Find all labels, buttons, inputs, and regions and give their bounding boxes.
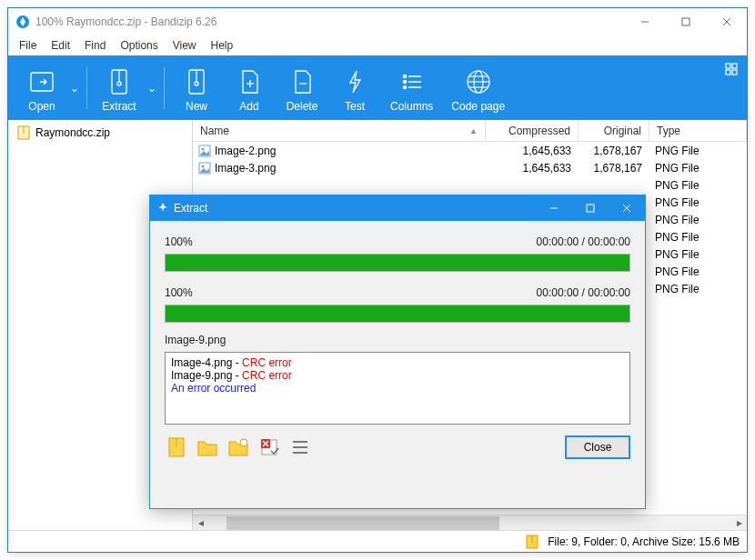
horizontal-scrollbar[interactable]: ◂ ▸ (193, 515, 747, 530)
png-icon (198, 145, 211, 157)
svg-point-8 (117, 82, 121, 85)
dialog-minimize-button[interactable] (536, 195, 572, 221)
add-button[interactable]: Add (223, 60, 276, 116)
file-name: Image-2.png (215, 145, 276, 157)
dialog-footer: Close (165, 435, 630, 459)
minimize-button[interactable] (624, 8, 665, 35)
table-row[interactable]: Image-3.png1,645,6331,678,167PNG File (193, 159, 747, 176)
statusbar: File: 9, Folder: 0, Archive Size: 15.6 M… (8, 530, 747, 552)
file-name: Image-3.png (215, 162, 276, 175)
archive-icon (526, 535, 539, 549)
svg-rect-26 (726, 64, 730, 68)
menu-help[interactable]: Help (204, 37, 241, 54)
maximize-button[interactable] (665, 8, 706, 35)
open-icon (27, 65, 56, 98)
test-button[interactable]: Test (328, 60, 381, 116)
add-icon (237, 65, 262, 98)
toolbar: Open ⌄ Extract ⌄ New Add Delete Test Col… (8, 55, 747, 120)
menu-find[interactable]: Find (77, 37, 113, 54)
progress2-bar (165, 305, 630, 323)
zip-icon (17, 125, 30, 140)
svg-point-35 (202, 165, 205, 167)
file-original: 1,678,167 (579, 162, 649, 175)
tree-root-label: Raymondcc.zip (35, 126, 110, 139)
svg-point-44 (240, 439, 247, 446)
svg-rect-27 (732, 64, 737, 68)
extract-chevron-icon[interactable]: ⌄ (146, 55, 158, 120)
folder-star-icon[interactable] (226, 435, 250, 459)
list-header: Name▲ Compressed Original Type (193, 120, 747, 142)
titlebar: 100% Raymondcc.zip - Bandizip 6.26 (8, 8, 747, 35)
test-icon (343, 65, 367, 98)
extract-dialog: Extract 100% 00:00:00 / 00:00:00 100% 00… (149, 195, 646, 509)
scroll-right-icon[interactable]: ▸ (731, 515, 747, 531)
dialog-title: Extract (174, 202, 536, 215)
pin-icon (157, 202, 168, 215)
dialog-maximize-button[interactable] (572, 195, 609, 221)
col-name[interactable]: Name▲ (193, 120, 486, 141)
progress2-row: 100% 00:00:00 / 00:00:00 (165, 286, 630, 299)
columns-button[interactable]: Columns (381, 60, 442, 116)
progress1-fill (166, 255, 629, 271)
col-compressed[interactable]: Compressed (486, 120, 579, 141)
file-type: PNG File (649, 248, 747, 261)
tree-root[interactable]: Raymondcc.zip (14, 124, 186, 142)
app-icon (15, 15, 30, 29)
window-title: 100% Raymondcc.zip - Bandizip 6.26 (35, 15, 624, 28)
menu-view[interactable]: View (166, 37, 204, 54)
list-icon[interactable] (288, 435, 312, 459)
status-text: File: 9, Folder: 0, Archive Size: 15.6 M… (548, 535, 740, 548)
scroll-left-icon[interactable]: ◂ (193, 515, 208, 531)
menu-edit[interactable]: Edit (44, 37, 77, 54)
expand-icon[interactable] (725, 63, 738, 78)
open-button[interactable]: Open (15, 60, 68, 116)
file-compressed: 1,645,633 (486, 145, 579, 157)
columns-icon (399, 65, 425, 98)
dialog-close-button[interactable] (609, 195, 645, 221)
svg-rect-39 (587, 205, 594, 212)
file-type: PNG File (649, 231, 747, 244)
delete-button[interactable]: Delete (276, 60, 328, 116)
png-icon (198, 162, 211, 175)
svg-point-33 (202, 147, 205, 150)
delete-archive-icon[interactable] (257, 435, 281, 459)
progress1-percent: 100% (165, 235, 193, 248)
file-original: 1,678,167 (579, 145, 649, 157)
table-row[interactable]: PNG File (193, 176, 747, 194)
col-type[interactable]: Type (649, 120, 747, 141)
new-button[interactable]: New (170, 60, 223, 116)
svg-point-11 (195, 82, 198, 85)
separator (86, 67, 87, 109)
menu-options[interactable]: Options (113, 37, 165, 54)
menu-file[interactable]: File (12, 37, 44, 54)
progress1-bar (165, 254, 630, 272)
svg-rect-29 (732, 70, 737, 75)
col-original[interactable]: Original (579, 120, 649, 141)
svg-rect-2 (682, 18, 690, 25)
progress2-time: 00:00:00 / 00:00:00 (537, 286, 630, 299)
dialog-body: 100% 00:00:00 / 00:00:00 100% 00:00:00 /… (150, 221, 645, 508)
extract-button[interactable]: Extract (93, 60, 146, 116)
globe-icon (465, 65, 492, 98)
error-log[interactable]: Image-4.png - CRC errorImage-9.png - CRC… (165, 352, 630, 425)
table-row[interactable]: Image-2.png1,645,6331,678,167PNG File (193, 142, 747, 159)
file-compressed: 1,645,633 (486, 162, 579, 175)
file-type: PNG File (649, 265, 747, 278)
close-button[interactable]: Close (565, 435, 630, 459)
scroll-thumb[interactable] (226, 516, 499, 530)
svg-point-15 (403, 75, 406, 77)
codepage-button[interactable]: Code page (442, 60, 514, 116)
svg-point-17 (403, 80, 406, 83)
file-type: PNG File (649, 214, 747, 226)
file-type: PNG File (649, 283, 747, 295)
extract-icon (106, 65, 132, 98)
separator (164, 67, 165, 109)
open-archive-icon[interactable] (165, 435, 188, 459)
open-chevron-icon[interactable]: ⌄ (68, 55, 81, 120)
close-window-button[interactable] (706, 8, 747, 35)
log-message: An error occurred (171, 382, 624, 395)
dialog-titlebar: Extract (150, 195, 645, 221)
file-type: PNG File (649, 196, 747, 209)
log-error: CRC error (242, 369, 292, 382)
open-folder-icon[interactable] (196, 435, 219, 459)
